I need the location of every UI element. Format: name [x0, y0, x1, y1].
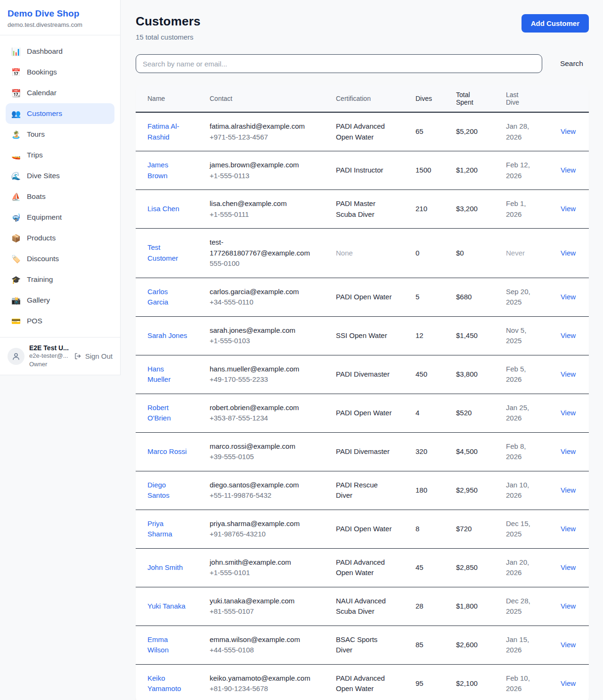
- view-customer-link[interactable]: View: [561, 249, 576, 257]
- customer-email: yuki.tanaka@example.com: [210, 596, 325, 607]
- customer-last-dive: Feb 12, 2026: [506, 160, 534, 181]
- search-button[interactable]: Search: [554, 56, 589, 72]
- customer-total-spent: $1,450: [450, 316, 500, 355]
- customer-phone: +91-98765-43210: [210, 529, 325, 540]
- col-header-name: Name: [136, 85, 204, 112]
- customer-name-link[interactable]: James Brown: [147, 172, 189, 180]
- view-customer-link[interactable]: View: [561, 525, 576, 533]
- customer-certification: PADI Advanced Open Water: [336, 557, 393, 578]
- sign-out-label: Sign Out: [85, 352, 113, 360]
- customer-row: Keiko Yamamoto keiko.yamamoto@example.co…: [136, 664, 589, 700]
- customer-phone: +971-55-123-4567: [210, 132, 325, 143]
- view-customer-link[interactable]: View: [561, 602, 576, 610]
- view-customer-link[interactable]: View: [561, 679, 576, 687]
- sidebar-item-icon: 📦: [11, 234, 21, 243]
- customer-dives: 0: [410, 229, 450, 278]
- view-customer-link[interactable]: View: [561, 127, 576, 135]
- customer-row: Emma Wilson emma.wilson@example.com +44-…: [136, 626, 589, 664]
- sidebar-item-bookings[interactable]: 📅 Bookings: [6, 62, 114, 82]
- customer-total-spent: $720: [450, 510, 500, 548]
- customer-certification: PADI Instructor: [336, 165, 383, 176]
- customer-total-spent: $3,800: [450, 355, 500, 394]
- user-role: Owner: [29, 360, 69, 369]
- customer-name-link[interactable]: Robert O'Brien: [147, 414, 189, 422]
- customer-total-spent: $3,200: [450, 190, 500, 229]
- customer-name-link[interactable]: Marco Rossi: [147, 447, 187, 455]
- customer-certification: BSAC Sports Diver: [336, 634, 393, 656]
- col-header-certification: Certification: [330, 85, 410, 112]
- sidebar-item-calendar[interactable]: 📆 Calendar: [6, 82, 114, 103]
- view-customer-link[interactable]: View: [561, 641, 576, 649]
- customer-last-dive: Feb 8, 2026: [506, 441, 534, 462]
- user-email: e2e-tester@...: [29, 352, 69, 360]
- customer-name-link[interactable]: Keiko Yamamoto: [147, 684, 189, 692]
- sidebar-item-pos[interactable]: 💳 POS: [6, 311, 114, 331]
- customer-certification: PADI Advanced Open Water: [336, 673, 393, 694]
- customer-name-link[interactable]: John Smith: [147, 563, 183, 571]
- user-name: E2E Test U...: [29, 344, 69, 352]
- customer-certification: SSI Open Water: [336, 330, 387, 341]
- sidebar-item-label: POS: [27, 317, 42, 325]
- customer-phone: +81-555-0107: [210, 606, 325, 617]
- customer-name-link[interactable]: Yuki Tanaka: [147, 602, 186, 610]
- view-customer-link[interactable]: View: [561, 166, 576, 174]
- sidebar-item-icon: 🚤: [11, 151, 21, 160]
- search-row: Search: [136, 54, 589, 73]
- customer-name-link[interactable]: Sarah Jones: [147, 331, 187, 339]
- view-customer-link[interactable]: View: [561, 370, 576, 378]
- customer-name-link[interactable]: Diego Santos: [147, 491, 189, 499]
- customer-row: Test Customer test-1772681807767@example…: [136, 229, 589, 278]
- customer-dives: 210: [410, 190, 450, 229]
- sidebar-item-icon: 📅: [11, 68, 21, 77]
- customer-row: Fatima Al-Rashid fatima.alrashid@example…: [136, 112, 589, 151]
- sidebar-item-equipment[interactable]: 🤿 Equipment: [6, 207, 114, 228]
- sidebar-item-gallery[interactable]: 📸 Gallery: [6, 290, 114, 311]
- view-customer-link[interactable]: View: [561, 293, 576, 301]
- sidebar-item-tours[interactable]: 🏝️ Tours: [6, 124, 114, 145]
- customer-certification: PADI Open Water: [336, 524, 391, 535]
- customer-email: john.smith@example.com: [210, 557, 325, 568]
- customer-certification: PADI Divemaster: [336, 369, 390, 380]
- customer-last-dive: Feb 10, 2026: [506, 673, 534, 694]
- sidebar-item-boats[interactable]: ⛵ Boats: [6, 186, 114, 207]
- customer-dives: 65: [410, 112, 450, 151]
- customer-name-link[interactable]: Fatima Al-Rashid: [147, 133, 189, 141]
- customer-row: Sarah Jones sarah.jones@example.com +1-5…: [136, 316, 589, 355]
- view-customer-link[interactable]: View: [561, 447, 576, 455]
- sidebar-item-discounts[interactable]: 🏷️ Discounts: [6, 248, 114, 269]
- customer-total-spent: $2,100: [450, 664, 500, 700]
- sidebar-item-icon: 📊: [11, 47, 21, 56]
- sidebar-item-trips[interactable]: 🚤 Trips: [6, 145, 114, 165]
- view-customer-link[interactable]: View: [561, 486, 576, 494]
- customer-email: diego.santos@example.com: [210, 480, 325, 491]
- customer-email: fatima.alrashid@example.com: [210, 121, 325, 132]
- sidebar-item-dashboard[interactable]: 📊 Dashboard: [6, 41, 114, 62]
- customer-name-link[interactable]: Priya Sharma: [147, 530, 189, 538]
- customer-row: Robert O'Brien robert.obrien@example.com…: [136, 394, 589, 432]
- view-customer-link[interactable]: View: [561, 331, 576, 339]
- customer-email: james.brown@example.com: [210, 160, 325, 171]
- search-input[interactable]: [136, 54, 542, 73]
- view-customer-link[interactable]: View: [561, 205, 576, 213]
- sign-out-icon: [74, 352, 82, 360]
- customer-name-link[interactable]: Test Customer: [147, 254, 189, 262]
- customer-certification: PADI Open Water: [336, 408, 391, 419]
- view-customer-link[interactable]: View: [561, 409, 576, 417]
- customer-email: robert.obrien@example.com: [210, 403, 325, 413]
- customer-name-link[interactable]: Hans Mueller: [147, 375, 189, 383]
- customer-name-link[interactable]: Carlos Garcia: [147, 298, 189, 306]
- customer-name-link[interactable]: Lisa Chen: [147, 205, 179, 213]
- sidebar-item-products[interactable]: 📦 Products: [6, 228, 114, 248]
- sign-out-button[interactable]: Sign Out: [74, 352, 113, 360]
- view-customer-link[interactable]: View: [561, 563, 576, 571]
- add-customer-button[interactable]: Add Customer: [522, 14, 589, 33]
- customer-email: test-1772681807767@example.com: [210, 237, 325, 258]
- customer-phone: +353-87-555-1234: [210, 413, 325, 424]
- sidebar-item-customers[interactable]: 👥 Customers: [6, 103, 114, 124]
- customer-name-link[interactable]: Emma Wilson: [147, 646, 189, 654]
- sidebar-item-dive-sites[interactable]: 🌊 Dive Sites: [6, 165, 114, 186]
- page-title: Customers: [136, 14, 201, 29]
- customer-email: emma.wilson@example.com: [210, 634, 325, 645]
- sidebar-item-training[interactable]: 🎓 Training: [6, 269, 114, 290]
- customer-total-spent: $5,200: [450, 112, 500, 151]
